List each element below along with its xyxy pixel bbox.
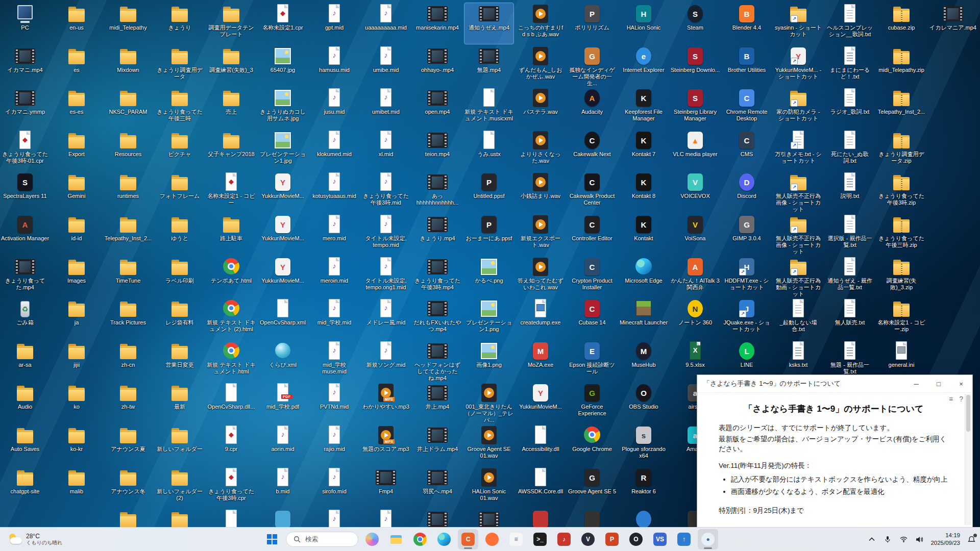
desktop-icon[interactable]: 最新: [155, 382, 204, 423]
desktop-icon[interactable]: きょうり調査用データ.zip: [877, 130, 926, 170]
desktop-icon[interactable]: ↗万引きメモ.txt - ショートカット: [774, 130, 823, 170]
desktop-icon[interactable]: MP3わかりやすい.mp3: [361, 382, 410, 423]
desktop-icon[interactable]: ラジオ_歌詞.txt: [825, 87, 874, 128]
terminal-icon[interactable]: >_: [530, 529, 550, 549]
desktop-icon[interactable]: きょうり: [155, 3, 204, 44]
desktop-icon[interactable]: ♪aorin.mid: [258, 424, 307, 465]
list-menu-icon[interactable]: ≡: [949, 395, 953, 403]
desktop-icon[interactable]: teion.mp4: [413, 130, 462, 170]
desktop-icon[interactable]: きょうり調査用データ: [155, 45, 204, 86]
desktop-icon[interactable]: VVoiSona: [671, 214, 720, 255]
desktop-icon[interactable]: ar-sa: [1, 340, 50, 381]
desktop-icon[interactable]: かるべ.png: [464, 256, 513, 297]
desktop-icon[interactable]: ♪b.mid: [258, 467, 307, 508]
document-app-icon[interactable]: ≡: [506, 529, 526, 549]
desktop-icon[interactable]: ♻ごみ箱: [1, 298, 50, 339]
desktop-icon[interactable]: Fmp4: [361, 467, 410, 508]
desktop-icon[interactable]: malib: [52, 467, 101, 508]
desktop-icon[interactable]: ♪sirofo.mid: [310, 467, 359, 508]
desktop-icon[interactable]: KKontakt 7: [619, 130, 668, 170]
desktop-icon[interactable]: ↗無人販売不正行為画像 - ショートカット: [774, 171, 823, 212]
desktop-icon[interactable]: CCakewalk Product Center: [568, 171, 617, 212]
dialog-titlebar[interactable]: 「さよなら手書き 1〜9」のサポートについて ─ □ ×: [697, 375, 972, 393]
desktop-icon[interactable]: midi_Telepathy.zip: [877, 45, 926, 86]
desktop-icon[interactable]: まにまにわーるど！.txt: [825, 45, 874, 86]
desktop-icon[interactable]: _起動しない場合.txt: [774, 298, 823, 339]
desktop-icon[interactable]: ♪新規ソング.mid: [361, 340, 410, 381]
desktop-icon[interactable]: ♪きょうり食ってた午後3時.mid: [361, 171, 410, 212]
desktop-icon[interactable]: Microsoft Edge: [619, 256, 668, 297]
desktop-icon[interactable]: こっちのhすまりf d s b ぷあ.wav: [516, 3, 565, 44]
desktop-icon[interactable]: SSteam: [671, 3, 720, 44]
desktop-icon[interactable]: 新しいフォルダー (2): [155, 467, 204, 508]
desktop-icon[interactable]: ◆9.cpr: [207, 424, 256, 465]
desktop-icon[interactable]: PC: [1, 3, 50, 44]
desktop-icon[interactable]: SSpectraLayers 11: [1, 171, 50, 212]
volume-icon[interactable]: [915, 535, 924, 544]
search-box[interactable]: 検索: [286, 532, 358, 547]
desktop-icon[interactable]: ↗無人販売不正行為動画 - ショートカット: [774, 256, 823, 297]
desktop-icon[interactable]: BBlender 4.4: [722, 3, 771, 44]
desktop-icon[interactable]: CController Editor: [568, 214, 617, 255]
desktop-icon[interactable]: うみ.ustx: [464, 130, 513, 170]
desktop-icon[interactable]: フォトフレーム: [155, 171, 204, 212]
desktop-icon[interactable]: 父子キャンプ2018: [207, 130, 256, 170]
desktop-icon[interactable]: RReaktor 6: [619, 467, 668, 508]
desktop-icon[interactable]: ♪mid_学校.mid: [310, 298, 359, 339]
notifications-bell-icon[interactable]: [967, 535, 976, 544]
chrome-icon[interactable]: [410, 529, 430, 549]
desktop-icon[interactable]: CCrypton Product Installer: [568, 256, 617, 297]
obs-taskbar-icon[interactable]: O: [626, 529, 646, 549]
desktop-icon[interactable]: 営業日変更: [155, 340, 204, 381]
minimize-button[interactable]: ─: [905, 375, 927, 392]
desktop-icon[interactable]: ◆名称未設定1 - コピー: [207, 171, 256, 212]
desktop-icon[interactable]: en-us: [52, 3, 101, 44]
desktop-icon[interactable]: 説明.txt: [825, 171, 874, 212]
desktop-icon[interactable]: ♪kotusytuaaus.mid: [310, 171, 359, 212]
desktop-icon[interactable]: 調査練習(失敗)_3: [207, 45, 256, 86]
desktop-icon[interactable]: イカマニ.mp4: [1, 45, 50, 86]
desktop-icon[interactable]: ↗syasinn - ショートカット: [774, 3, 823, 44]
round-app-icon[interactable]: ●: [698, 529, 718, 549]
desktop-icon[interactable]: イカレマニア.mp4: [928, 3, 977, 44]
desktop-icon[interactable]: GGIMP 3.0.4: [722, 214, 771, 255]
desktop-icon[interactable]: 名称未設定1 - コピー.zip: [877, 298, 926, 339]
desktop-icon[interactable]: es-es: [52, 87, 101, 128]
desktop-icon[interactable]: midi_Telepathy: [104, 3, 153, 44]
desktop-icon[interactable]: 通知うぜえ.mp4: [464, 3, 513, 44]
desktop-icon[interactable]: YYukkuriMovieM...: [258, 256, 307, 297]
desktop-icon[interactable]: KKeepforest File Manager: [619, 87, 668, 128]
desktop-icon[interactable]: Audio: [1, 382, 50, 423]
orange-app-icon[interactable]: C: [458, 529, 478, 549]
desktop-icon[interactable]: 新しいフォルダー: [155, 424, 204, 465]
desktop-icon[interactable]: アナウンス夏: [104, 424, 153, 465]
desktop-icon[interactable]: OOBS Studio: [619, 382, 668, 423]
desktop-icon[interactable]: ko: [52, 382, 101, 423]
desktop-icon[interactable]: J↗JQuake.exe - ショートカット: [722, 298, 771, 339]
desktop-icon[interactable]: SSteinberg Library Manager: [671, 87, 720, 128]
close-button[interactable]: ×: [950, 375, 972, 392]
desktop-icon[interactable]: きょうり食ってた午後3時.zip: [877, 171, 926, 212]
desktop-icon[interactable]: Google Chrome: [568, 424, 617, 465]
desktop-icon[interactable]: Telepathy_Inst_2...: [104, 214, 153, 255]
desktop-icon[interactable]: ▲VLC media player: [671, 130, 720, 170]
desktop-icon[interactable]: Track Pictures: [104, 298, 153, 339]
desktop-icon[interactable]: Gemini: [52, 171, 101, 212]
desktop-icon[interactable]: DDiscord: [722, 171, 771, 212]
desktop-icon[interactable]: sPlogue sforzando x64: [619, 424, 668, 465]
desktop-icon[interactable]: YYukkuriMovieM...: [258, 214, 307, 255]
desktop-icon[interactable]: ♪タイトル未設定, tempo.mid: [361, 214, 410, 255]
desktop-icon[interactable]: YYukkuriMovieM...: [258, 171, 307, 212]
desktop-icon[interactable]: きょうり食ってた午後三時.zip: [877, 214, 926, 255]
desktop-icon[interactable]: chatgpt-site: [1, 467, 50, 508]
desktop-icon[interactable]: BBrother Utilities: [722, 45, 771, 86]
code-app-icon[interactable]: VS: [650, 529, 670, 549]
start-button[interactable]: [262, 529, 282, 549]
desktop-icon[interactable]: アナウンス冬: [104, 467, 153, 508]
desktop-icon[interactable]: Nノートン 360: [671, 298, 720, 339]
desktop-icon[interactable]: レジ袋有料: [155, 298, 204, 339]
desktop-icon[interactable]: ◆きょうり食ってた午後3時-01.cpr: [1, 130, 50, 170]
desktop-icon[interactable]: イカマニ.ymmp: [1, 87, 50, 128]
desktop-icon[interactable]: KKontakt 8: [619, 171, 668, 212]
desktop-icon[interactable]: だれもFXいれたやつ.mp4: [413, 298, 462, 339]
